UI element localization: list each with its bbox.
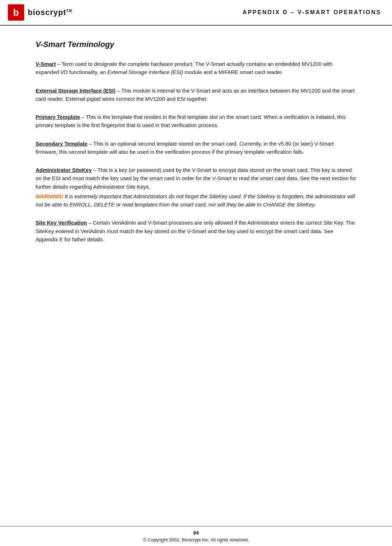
warning-body: It is extremely important that Administr… [36, 193, 355, 208]
term-vsmart-separator: – [56, 61, 62, 67]
term-admin-sitekey-text: Administrator SiteKey – This is a key (o… [36, 166, 356, 191]
term-admin-sitekey-name: Administrator SiteKey [36, 167, 92, 173]
term-vsmart-name: V-Smart [36, 61, 56, 67]
term-admin-sitekey: Administrator SiteKey – This is a key (o… [36, 166, 356, 209]
logo-wordmark: bioscryptTM [28, 8, 72, 17]
term-primary-separator: – [80, 114, 86, 120]
term-primary-template-text: Primary Template – This is the template … [36, 113, 356, 130]
term-site-key-verification-name: Site Key Verification [36, 220, 87, 226]
page-header: b bioscryptTM APPENDIX D – V-SMART OPERA… [0, 0, 392, 26]
term-admin-sitekey-separator: – [92, 167, 98, 173]
warning-label: WARNING! [36, 193, 63, 199]
term-site-key-separator: – [87, 220, 93, 226]
term-vsmart: V-Smart – Term used to designate the com… [36, 60, 356, 77]
bioscrypt-logo-icon: b [7, 4, 25, 21]
term-vsmart-body: Term used to designate the complete hard… [36, 61, 333, 75]
page-content: V-Smart Terminology V-Smart – Term used … [0, 26, 392, 264]
term-secondary-separator: – [88, 141, 93, 147]
term-esi-name: External Storage Interface (ESI) [36, 88, 115, 94]
page-number: 94 [11, 530, 381, 536]
svg-text:b: b [13, 7, 19, 18]
page-title: V-Smart Terminology [36, 40, 356, 49]
copyright-text: © Copyright 2002, Bioscrypt Inc. All rig… [11, 537, 381, 542]
term-secondary-template: Secondary Template – This is an optional… [36, 140, 356, 156]
term-admin-sitekey-warning: WARNING! It is extremely important that … [36, 192, 356, 209]
term-site-key-verification-text: Site Key Verification – Certain VeriAdmi… [36, 219, 356, 243]
term-secondary-template-name: Secondary Template [36, 141, 88, 147]
logo: b bioscryptTM [7, 4, 72, 21]
appendix-title: APPENDIX D – V-SMART OPERATIONS [72, 9, 381, 16]
term-esi-text: External Storage Interface (ESI) – This … [36, 86, 356, 103]
term-secondary-template-text: Secondary Template – This is an optional… [36, 140, 356, 156]
term-esi: External Storage Interface (ESI) – This … [36, 86, 356, 103]
term-primary-template: Primary Template – This is the template … [36, 113, 356, 130]
term-vsmart-text: V-Smart – Term used to designate the com… [36, 60, 356, 77]
page-footer: 94 © Copyright 2002, Bioscrypt Inc. All … [0, 526, 392, 546]
term-esi-separator: – [115, 88, 121, 94]
term-primary-template-name: Primary Template [36, 114, 80, 120]
term-site-key-verification: Site Key Verification – Certain VeriAdmi… [36, 219, 356, 243]
